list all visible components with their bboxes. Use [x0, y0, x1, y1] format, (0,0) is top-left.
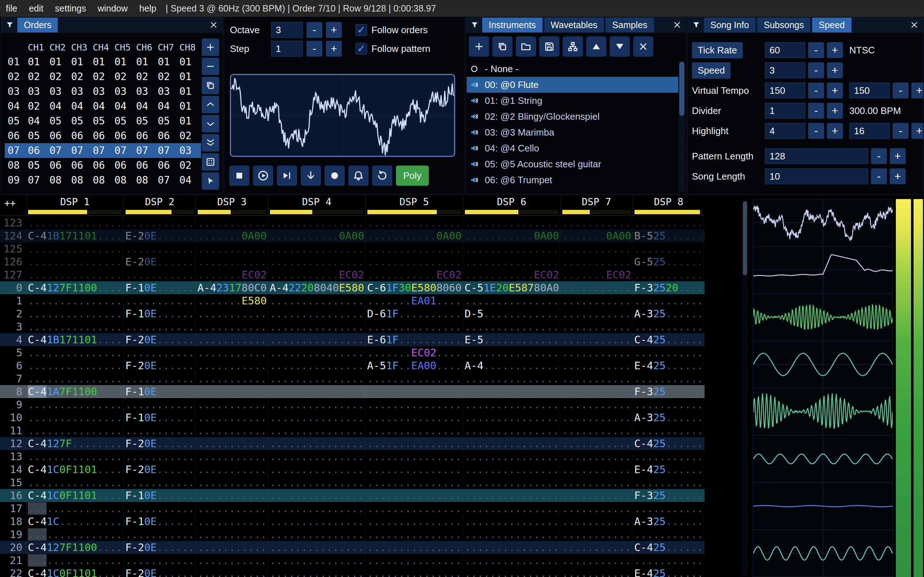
order-cell-ch7[interactable]: 03: [158, 85, 179, 97]
pattern-cell[interactable]: ...............: [463, 242, 560, 255]
order-cell-ch3[interactable]: 01: [71, 56, 93, 68]
pattern-cell[interactable]: ...............: [463, 320, 560, 333]
order-row-number[interactable]: 03: [5, 85, 28, 97]
order-cell-ch7[interactable]: 01: [158, 56, 179, 68]
tick-rate-button[interactable]: Tick Rate: [692, 42, 743, 58]
pattern-cell[interactable]: ...........: [195, 502, 268, 515]
order-cell-ch7[interactable]: 02: [158, 71, 179, 82]
pattern-cell[interactable]: ...............: [26, 398, 123, 411]
speaker-icon[interactable]: [470, 80, 480, 89]
pattern-length-increase-button[interactable]: +: [890, 148, 906, 164]
pattern-cell[interactable]: ...............: [268, 320, 365, 333]
pattern-cell[interactable]: E-5............: [463, 333, 560, 346]
instrument-item[interactable]: 02: @2 Blingy/Glockenspiel: [467, 108, 678, 124]
instrument-item[interactable]: 05: @5 Acoustic steel guitar: [467, 156, 678, 172]
pattern-cell[interactable]: C-41A7F1100....: [26, 385, 123, 398]
speed-button[interactable]: Speed: [692, 62, 730, 79]
pattern-cell[interactable]: D-5............: [463, 307, 560, 320]
pattern-cell[interactable]: ...........: [632, 372, 704, 385]
order-cell-ch4[interactable]: 01: [93, 56, 115, 68]
pattern-cell[interactable]: ...........: [632, 450, 704, 463]
save-instrument-button[interactable]: [539, 36, 559, 56]
pattern-cell[interactable]: ...........: [123, 268, 195, 281]
order-cell-ch6[interactable]: 04: [136, 100, 158, 112]
order-cell-ch5[interactable]: 05: [115, 115, 136, 127]
stop-button[interactable]: [229, 166, 249, 186]
pattern-cell[interactable]: ...........0A00: [268, 229, 365, 242]
channel-header-dsp-8[interactable]: DSP 8: [632, 195, 704, 215]
order-row-number[interactable]: 09: [5, 174, 28, 186]
order-cell-ch4[interactable]: 08: [93, 174, 115, 186]
pattern-cell[interactable]: F-20E......: [123, 333, 195, 346]
pattern-cell[interactable]: C-4127F........: [26, 437, 123, 450]
pattern-cell[interactable]: ...............: [268, 294, 365, 307]
pattern-cell[interactable]: ...........: [560, 372, 632, 385]
channel-header-dsp-2[interactable]: DSP 2: [123, 195, 195, 215]
instrument-folders-button[interactable]: [563, 36, 583, 56]
play-button[interactable]: [253, 166, 273, 186]
octave-increase-button[interactable]: +: [326, 22, 342, 38]
virtual-tempo-denominator-input[interactable]: 150: [849, 82, 890, 98]
divider-increase-button[interactable]: +: [827, 103, 843, 119]
add-instrument-button[interactable]: [469, 36, 489, 56]
pattern-cell[interactable]: ...........: [632, 242, 704, 255]
pattern-cell[interactable]: ...............: [365, 515, 463, 528]
pattern-cell[interactable]: ...............: [365, 437, 463, 450]
open-instrument-button[interactable]: [516, 36, 536, 56]
pattern-cell[interactable]: C-61F30E5808060: [365, 281, 463, 294]
pattern-cell[interactable]: ...........: [560, 294, 632, 307]
pattern-cell[interactable]: ...............: [268, 398, 365, 411]
pattern-cell[interactable]: ...........: [123, 528, 195, 541]
instrument-item[interactable]: 00: @0 Flute: [467, 77, 678, 93]
song-close-icon[interactable]: [908, 19, 921, 31]
order-cell-ch5[interactable]: 06: [115, 160, 136, 171]
step-decrease-button[interactable]: -: [307, 41, 322, 56]
order-row-number[interactable]: 06: [5, 130, 28, 142]
channel-header-dsp-7[interactable]: DSP 7: [560, 195, 632, 215]
order-cell-ch3[interactable]: 08: [71, 174, 93, 186]
pattern-cell[interactable]: ...............: [26, 242, 123, 255]
pattern-cell[interactable]: ...............: [365, 528, 463, 541]
pattern-cell[interactable]: ...........: [560, 567, 632, 577]
pattern-cell[interactable]: ...............: [268, 567, 365, 577]
instruments-close-icon[interactable]: [671, 19, 683, 31]
order-cell-ch3[interactable]: 02: [71, 71, 93, 82]
pattern-length-decrease-button[interactable]: -: [871, 148, 887, 164]
pattern-cell[interactable]: ...........: [560, 411, 632, 424]
order-cell-ch1[interactable]: 05: [28, 160, 50, 171]
pattern-cell[interactable]: ...........: [560, 333, 632, 346]
order-cell-ch1[interactable]: 04: [28, 115, 50, 127]
order-cell-ch8[interactable]: 01: [179, 85, 201, 97]
pattern-cell[interactable]: .......0A00: [560, 229, 632, 242]
pattern-cell[interactable]: ...............: [365, 385, 463, 398]
order-cell-ch7[interactable]: 06: [158, 160, 179, 171]
order-cell-ch7[interactable]: 07: [158, 174, 179, 186]
pattern-cell[interactable]: ...........: [560, 476, 632, 489]
order-cell-ch8[interactable]: 01: [179, 71, 201, 82]
step-row-button[interactable]: [300, 166, 321, 186]
pattern-cell[interactable]: ...............: [268, 476, 365, 489]
order-cell-ch8[interactable]: 01: [179, 100, 201, 112]
pattern-cell[interactable]: ...........: [632, 268, 704, 281]
pattern-cell[interactable]: ...............: [268, 554, 365, 567]
order-cell-ch6[interactable]: 01: [136, 56, 158, 68]
pattern-cell[interactable]: ...............: [268, 359, 365, 372]
pattern-cell[interactable]: ...........: [195, 424, 268, 437]
divider-decrease-button[interactable]: -: [808, 103, 824, 119]
order-row-number[interactable]: 02: [5, 71, 28, 82]
pattern-cell[interactable]: ...............: [463, 450, 560, 463]
octave-decrease-button[interactable]: -: [307, 22, 322, 38]
highlight-first-increase-button[interactable]: +: [827, 123, 843, 139]
pattern-cell[interactable]: ...........: [195, 411, 268, 424]
pattern-cell[interactable]: ...........: [560, 541, 632, 554]
pattern-cell[interactable]: ...........: [195, 333, 268, 346]
pattern-cell[interactable]: C-41C0F1101....: [26, 567, 123, 577]
order-cell-ch5[interactable]: 02: [115, 71, 136, 82]
pattern-cell[interactable]: ...............: [463, 476, 560, 489]
pattern-cell[interactable]: ...............: [463, 463, 560, 476]
order-cell-ch5[interactable]: 03: [115, 85, 136, 97]
repeat-button[interactable]: [372, 166, 393, 186]
order-cell-ch4[interactable]: 02: [93, 71, 115, 82]
pattern-cell[interactable]: F-10E......: [123, 515, 195, 528]
order-cell-ch2[interactable]: 02: [50, 71, 71, 82]
